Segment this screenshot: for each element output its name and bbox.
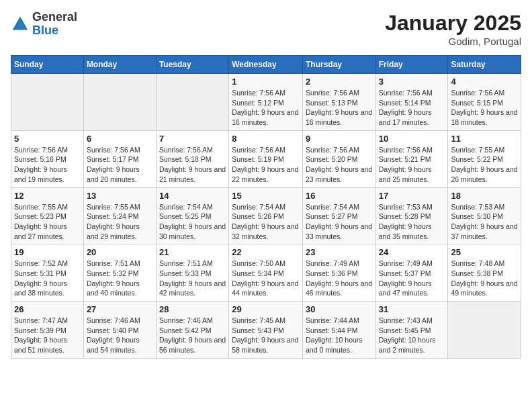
calendar-cell: 13Sunrise: 7:55 AM Sunset: 5:24 PM Dayli…: [83, 187, 156, 244]
calendar-cell: 28Sunrise: 7:46 AM Sunset: 5:42 PM Dayli…: [156, 302, 228, 359]
day-info: Sunrise: 7:46 AM Sunset: 5:40 PM Dayligh…: [87, 316, 153, 355]
calendar-cell: 7Sunrise: 7:56 AM Sunset: 5:18 PM Daylig…: [156, 130, 228, 187]
day-number: 7: [159, 134, 226, 144]
day-number: 30: [306, 304, 373, 314]
day-number: 27: [87, 304, 153, 314]
day-info: Sunrise: 7:43 AM Sunset: 5:45 PM Dayligh…: [379, 316, 445, 355]
day-number: 1: [232, 77, 300, 87]
calendar-cell: 27Sunrise: 7:46 AM Sunset: 5:40 PM Dayli…: [83, 302, 156, 359]
day-info: Sunrise: 7:45 AM Sunset: 5:43 PM Dayligh…: [232, 316, 300, 355]
day-info: Sunrise: 7:56 AM Sunset: 5:16 PM Dayligh…: [14, 145, 81, 185]
calendar-cell: 25Sunrise: 7:48 AM Sunset: 5:38 PM Dayli…: [448, 244, 521, 302]
calendar-week-row: 1Sunrise: 7:56 AM Sunset: 5:12 PM Daylig…: [11, 74, 521, 131]
day-info: Sunrise: 7:56 AM Sunset: 5:18 PM Dayligh…: [159, 145, 226, 185]
month-year-title: January 2025: [385, 11, 521, 36]
day-info: Sunrise: 7:48 AM Sunset: 5:38 PM Dayligh…: [451, 259, 518, 298]
calendar-cell: 4Sunrise: 7:56 AM Sunset: 5:15 PM Daylig…: [448, 74, 521, 131]
weekday-header-cell: Wednesday: [229, 56, 303, 74]
day-info: Sunrise: 7:56 AM Sunset: 5:15 PM Dayligh…: [451, 88, 518, 128]
day-number: 26: [14, 304, 81, 314]
calendar-cell: 18Sunrise: 7:53 AM Sunset: 5:30 PM Dayli…: [448, 187, 521, 244]
day-number: 16: [306, 191, 373, 201]
day-number: 19: [14, 247, 81, 257]
calendar-cell: [156, 74, 228, 131]
calendar-cell: 8Sunrise: 7:56 AM Sunset: 5:19 PM Daylig…: [229, 130, 303, 187]
day-info: Sunrise: 7:56 AM Sunset: 5:21 PM Dayligh…: [379, 145, 445, 185]
weekday-header-row: SundayMondayTuesdayWednesdayThursdayFrid…: [11, 56, 521, 74]
calendar-week-row: 5Sunrise: 7:56 AM Sunset: 5:16 PM Daylig…: [11, 130, 521, 187]
calendar-cell: 22Sunrise: 7:50 AM Sunset: 5:34 PM Dayli…: [229, 244, 303, 302]
weekday-header-cell: Thursday: [302, 56, 375, 74]
day-info: Sunrise: 7:51 AM Sunset: 5:33 PM Dayligh…: [159, 259, 226, 298]
logo-icon: [11, 15, 30, 34]
day-number: 20: [87, 247, 153, 257]
day-info: Sunrise: 7:46 AM Sunset: 5:42 PM Dayligh…: [159, 316, 226, 355]
title-block: January 2025 Godim, Portugal: [385, 11, 521, 47]
day-number: 31: [379, 304, 445, 314]
day-number: 15: [232, 191, 300, 201]
calendar-cell: 19Sunrise: 7:52 AM Sunset: 5:31 PM Dayli…: [11, 244, 84, 302]
calendar-cell: [448, 302, 521, 359]
day-info: Sunrise: 7:56 AM Sunset: 5:12 PM Dayligh…: [232, 88, 300, 128]
day-info: Sunrise: 7:55 AM Sunset: 5:24 PM Dayligh…: [87, 202, 153, 242]
day-number: 18: [451, 191, 518, 201]
day-number: 2: [306, 77, 373, 87]
day-number: 10: [379, 134, 445, 144]
weekday-header-cell: Saturday: [448, 56, 521, 74]
calendar-cell: 12Sunrise: 7:55 AM Sunset: 5:23 PM Dayli…: [11, 187, 84, 244]
calendar-cell: [83, 74, 156, 131]
day-number: 6: [87, 134, 153, 144]
calendar-cell: 2Sunrise: 7:56 AM Sunset: 5:13 PM Daylig…: [302, 74, 375, 131]
calendar-cell: 21Sunrise: 7:51 AM Sunset: 5:33 PM Dayli…: [156, 244, 228, 302]
day-number: 22: [232, 247, 300, 257]
calendar-cell: 3Sunrise: 7:56 AM Sunset: 5:14 PM Daylig…: [375, 74, 448, 131]
day-number: 25: [451, 247, 518, 257]
calendar-week-row: 26Sunrise: 7:47 AM Sunset: 5:39 PM Dayli…: [11, 302, 521, 359]
day-number: 3: [379, 77, 445, 87]
day-number: 11: [451, 134, 518, 144]
day-number: 12: [14, 191, 81, 201]
day-number: 23: [306, 247, 373, 257]
calendar-cell: 10Sunrise: 7:56 AM Sunset: 5:21 PM Dayli…: [375, 130, 448, 187]
day-number: 13: [87, 191, 153, 201]
day-info: Sunrise: 7:54 AM Sunset: 5:26 PM Dayligh…: [232, 202, 300, 242]
day-info: Sunrise: 7:49 AM Sunset: 5:36 PM Dayligh…: [306, 259, 373, 298]
day-number: 4: [451, 77, 518, 87]
calendar-cell: 9Sunrise: 7:56 AM Sunset: 5:20 PM Daylig…: [302, 130, 375, 187]
day-info: Sunrise: 7:56 AM Sunset: 5:17 PM Dayligh…: [87, 145, 153, 185]
location-subtitle: Godim, Portugal: [385, 36, 521, 47]
day-info: Sunrise: 7:54 AM Sunset: 5:25 PM Dayligh…: [159, 202, 226, 242]
day-info: Sunrise: 7:53 AM Sunset: 5:28 PM Dayligh…: [379, 202, 445, 242]
calendar-cell: 17Sunrise: 7:53 AM Sunset: 5:28 PM Dayli…: [375, 187, 448, 244]
weekday-header-cell: Sunday: [11, 56, 84, 74]
calendar-body: 1Sunrise: 7:56 AM Sunset: 5:12 PM Daylig…: [11, 74, 521, 359]
day-number: 29: [232, 304, 300, 314]
day-info: Sunrise: 7:56 AM Sunset: 5:19 PM Dayligh…: [232, 145, 300, 185]
day-info: Sunrise: 7:56 AM Sunset: 5:14 PM Dayligh…: [379, 88, 445, 128]
calendar-cell: 16Sunrise: 7:54 AM Sunset: 5:27 PM Dayli…: [302, 187, 375, 244]
day-number: 5: [14, 134, 81, 144]
calendar-cell: 31Sunrise: 7:43 AM Sunset: 5:45 PM Dayli…: [375, 302, 448, 359]
weekday-header-cell: Monday: [83, 56, 156, 74]
day-info: Sunrise: 7:51 AM Sunset: 5:32 PM Dayligh…: [87, 259, 153, 298]
calendar-cell: 14Sunrise: 7:54 AM Sunset: 5:25 PM Dayli…: [156, 187, 228, 244]
calendar-week-row: 19Sunrise: 7:52 AM Sunset: 5:31 PM Dayli…: [11, 244, 521, 302]
day-number: 21: [159, 247, 226, 257]
day-info: Sunrise: 7:44 AM Sunset: 5:44 PM Dayligh…: [306, 316, 373, 355]
calendar-cell: 26Sunrise: 7:47 AM Sunset: 5:39 PM Dayli…: [11, 302, 84, 359]
day-info: Sunrise: 7:50 AM Sunset: 5:34 PM Dayligh…: [232, 259, 300, 298]
calendar-cell: [11, 74, 84, 131]
day-number: 24: [379, 247, 445, 257]
day-number: 8: [232, 134, 300, 144]
day-number: 14: [159, 191, 226, 201]
logo-blue-text: Blue: [32, 24, 58, 37]
calendar-cell: 11Sunrise: 7:55 AM Sunset: 5:22 PM Dayli…: [448, 130, 521, 187]
calendar-table: SundayMondayTuesdayWednesdayThursdayFrid…: [11, 55, 521, 359]
calendar-cell: 5Sunrise: 7:56 AM Sunset: 5:16 PM Daylig…: [11, 130, 84, 187]
calendar-cell: 15Sunrise: 7:54 AM Sunset: 5:26 PM Dayli…: [229, 187, 303, 244]
logo-general-text: General: [32, 10, 77, 24]
logo: General Blue: [11, 11, 77, 38]
calendar-cell: 24Sunrise: 7:49 AM Sunset: 5:37 PM Dayli…: [375, 244, 448, 302]
day-number: 28: [159, 304, 226, 314]
weekday-header-cell: Friday: [375, 56, 448, 74]
